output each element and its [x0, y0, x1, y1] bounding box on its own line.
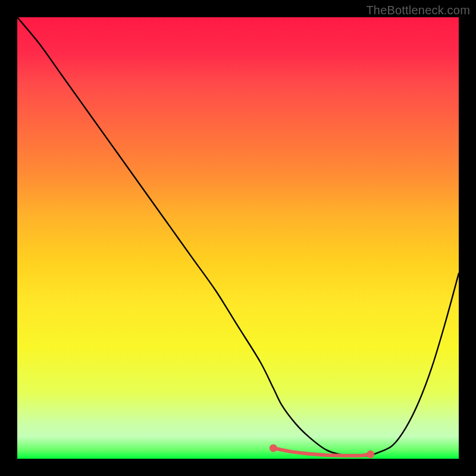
marker-connector — [273, 448, 370, 456]
bottleneck-curve — [17, 17, 459, 456]
watermark-text: TheBottleneck.com — [366, 4, 470, 17]
marker-dot — [270, 444, 277, 452]
marker-dot — [367, 450, 374, 458]
chart-overlay — [17, 17, 459, 459]
chart-container: TheBottleneck.com — [0, 0, 476, 476]
